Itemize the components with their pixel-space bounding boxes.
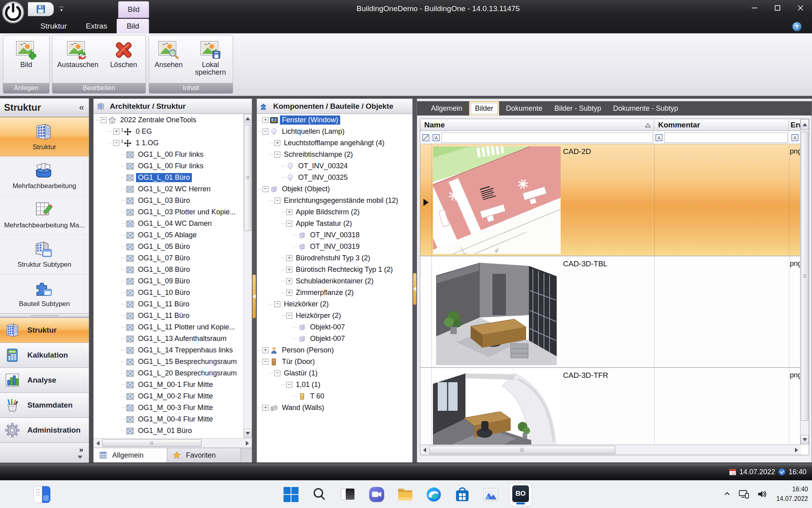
- taskbar-task-view-button[interactable]: [338, 483, 360, 506]
- tree-item[interactable]: −Tür (Door): [257, 356, 412, 368]
- tree-item[interactable]: OG1_L_15 Besprechungsraum: [94, 356, 243, 368]
- tree-item[interactable]: OG1_L_10 Büro: [94, 287, 243, 298]
- sidebar-more-icon[interactable]: [78, 456, 82, 459]
- tree-item[interactable]: OG1_L_14 Treppenhaus links: [94, 344, 243, 356]
- sidebar-item-struktur-subtypen[interactable]: Struktur Subtypen: [0, 235, 89, 274]
- tree-item[interactable]: +Bürotisch Rechteckig Typ 1 (2): [257, 264, 412, 275]
- tree-item[interactable]: −Apple Tastatur (2): [257, 218, 412, 229]
- tree-item[interactable]: OG1_L_07 Büro: [94, 252, 243, 264]
- taskbar-edge-button[interactable]: [423, 483, 446, 506]
- collapse-icon[interactable]: −: [262, 359, 268, 365]
- sidebar-nav-stammdaten[interactable]: Stammdaten: [0, 393, 89, 418]
- tree-item[interactable]: −Schreibtischlampe (2): [257, 149, 412, 160]
- scroll-up-button[interactable]: [801, 119, 809, 130]
- taskbar-widgets-button[interactable]: [32, 483, 54, 506]
- expand-icon[interactable]: +: [274, 140, 280, 146]
- tree-item[interactable]: OG1_M_01 Büro: [94, 425, 243, 437]
- tree-item[interactable]: OG1_L_03 Plotter und Kopie...: [94, 206, 243, 218]
- tree-item[interactable]: +10 EG: [94, 126, 243, 137]
- tree-item[interactable]: OG1_M_00-1 Flur Mitte: [94, 379, 243, 391]
- taskbar-search-button[interactable]: [309, 483, 331, 506]
- tree-item[interactable]: OG1_L_01 Büro: [94, 172, 243, 183]
- sidebar-overflow-button[interactable]: »: [79, 445, 83, 454]
- maximize-button[interactable]: [766, 0, 789, 16]
- tree-item[interactable]: +Schubladenkontainer (2): [257, 275, 412, 287]
- tree-item[interactable]: OG1_L_13 Aufenthaltsraum: [94, 333, 243, 344]
- collapse-icon[interactable]: −: [286, 221, 292, 227]
- tree-item[interactable]: OG1_L_05 Büro: [94, 241, 243, 252]
- lokal-speichern-button[interactable]: Lokal speichern: [191, 38, 230, 77]
- tree-item[interactable]: OG1_M_00-3 Flur Mitte: [94, 402, 243, 414]
- filter-type-icon[interactable]: [422, 134, 430, 142]
- tree-item[interactable]: OG1_L_03 Büro: [94, 195, 243, 206]
- splitter-collapse-handle[interactable]: [253, 275, 256, 318]
- tree-item[interactable]: OG1_L_11 Büro: [94, 310, 243, 321]
- collapse-icon[interactable]: −: [274, 301, 280, 307]
- tray-volume-button[interactable]: [755, 483, 771, 506]
- sidebar-item-bauteil-subtypen[interactable]: Bauteil Subtypen: [0, 274, 89, 314]
- bild-button[interactable]: Bild: [9, 38, 43, 69]
- table-hscrollbar[interactable]: [420, 444, 801, 455]
- tree-item[interactable]: +Wand (Walls): [257, 402, 412, 414]
- scroll-thumb[interactable]: [102, 439, 201, 447]
- tree-item[interactable]: OG1_M_00-2 Flur Mitte: [94, 391, 243, 402]
- tree-item[interactable]: OG1_L_00 Flur links: [94, 160, 243, 172]
- table-vscrollbar[interactable]: [800, 119, 809, 444]
- table-row-cad-3d-tfr[interactable]: CAD-3D-TFRpng: [420, 368, 801, 444]
- tree-item[interactable]: −1,01 (1): [257, 379, 412, 391]
- collapse-icon[interactable]: −: [101, 117, 107, 123]
- collapse-icon[interactable]: −: [262, 129, 268, 135]
- collapse-icon[interactable]: −: [274, 152, 280, 158]
- tree-item[interactable]: +Leuchtstofflampe angehängt (4): [257, 137, 412, 149]
- text-filter-icon[interactable]: A: [791, 134, 799, 142]
- tree-item[interactable]: OG1_L_09 Büro: [94, 275, 243, 287]
- collapse-icon[interactable]: −: [274, 198, 280, 204]
- tray-tray-chevron-button[interactable]: [721, 483, 737, 506]
- tree-item[interactable]: OG1_L_11 Büro: [94, 298, 243, 310]
- tree-item[interactable]: +Bürodrehstuhl Typ 3 (2): [257, 252, 412, 264]
- kommentar-filter-input[interactable]: [664, 133, 788, 143]
- ansehen-button[interactable]: Ansehen: [151, 38, 186, 69]
- sidebar-item-mehrfachbearbeitung[interactable]: Mehrfachbearbeitung: [0, 156, 89, 196]
- tree-item[interactable]: T 60: [257, 391, 412, 402]
- close-button[interactable]: [789, 0, 812, 16]
- collapse-icon[interactable]: −: [274, 370, 280, 376]
- save-button[interactable]: [36, 4, 46, 14]
- help-button[interactable]: ?: [792, 22, 802, 31]
- sidebar-nav-analyse[interactable]: Analyse: [0, 368, 89, 393]
- tree-item[interactable]: OG1_L_02 WC Herren: [94, 183, 243, 195]
- tree-item[interactable]: OG1_L_08 Büro: [94, 264, 243, 275]
- tree-item[interactable]: OT_INV_00325: [257, 172, 412, 183]
- tree-item[interactable]: OG1_L_04 WC Damen: [94, 218, 243, 229]
- ribbon-tab-struktur[interactable]: Struktur: [31, 19, 77, 33]
- tree-item[interactable]: −Einrichtungsgegenstände mobil (12): [257, 195, 412, 206]
- splitter-collapse-handle[interactable]: [413, 273, 416, 305]
- tree-item[interactable]: −Heizkörker (2): [257, 298, 412, 310]
- scroll-thumb[interactable]: [429, 446, 615, 454]
- tab-allgemein[interactable]: Allgemein: [94, 448, 167, 462]
- sidebar-nav-struktur[interactable]: Struktur: [0, 318, 89, 343]
- taskbar-chat-button[interactable]: [366, 483, 389, 506]
- taskbar-store-button[interactable]: [452, 483, 474, 506]
- taskbar-start-button[interactable]: [281, 483, 303, 506]
- austauschen-button[interactable]: Austauschen: [57, 38, 97, 69]
- expand-icon[interactable]: +: [286, 278, 292, 284]
- taskbar-photos-button[interactable]: [481, 483, 503, 506]
- panel-splitter[interactable]: [252, 98, 257, 463]
- expand-icon[interactable]: +: [286, 209, 292, 215]
- taskbar-clock[interactable]: 16:40 14.07.2022: [776, 485, 808, 504]
- expand-icon[interactable]: +: [262, 347, 268, 353]
- structure-tree-vscrollbar[interactable]: [243, 114, 252, 438]
- tab-bilder[interactable]: Bilder: [469, 101, 499, 116]
- expand-icon[interactable]: +: [262, 405, 268, 411]
- expand-icon[interactable]: +: [113, 129, 119, 135]
- sidebar-item-struktur[interactable]: Struktur: [0, 117, 89, 156]
- tree-item[interactable]: OT_INV_00318: [257, 229, 412, 241]
- table-row-cad-3d-tbl[interactable]: CAD-3D-TBLpng: [420, 256, 801, 368]
- sidebar-item-mehrfachbearbeitung-ma-[interactable]: Mehrfachbearbeitung Ma...: [0, 196, 89, 235]
- expand-icon[interactable]: +: [286, 255, 292, 261]
- column-header-kommentar[interactable]: Kommentar: [654, 119, 789, 131]
- scroll-thumb[interactable]: [244, 125, 251, 231]
- scroll-right-button[interactable]: [244, 439, 251, 447]
- collapse-icon[interactable]: −: [286, 382, 292, 388]
